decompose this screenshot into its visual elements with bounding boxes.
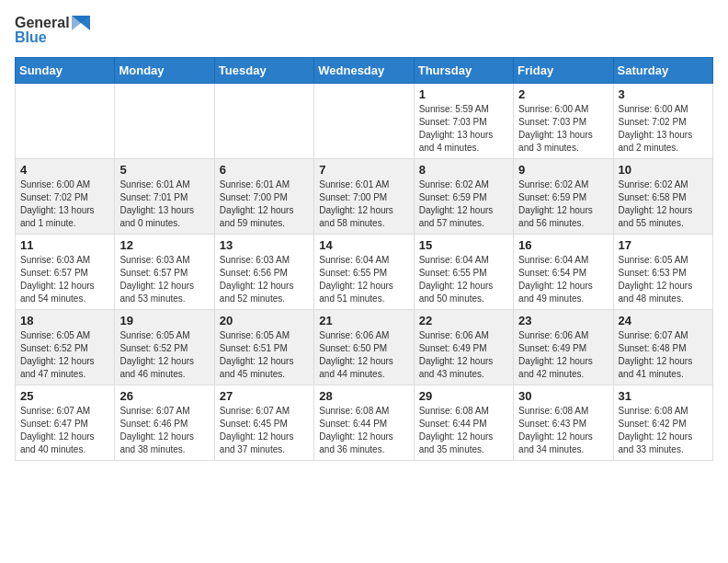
day-number-10: 10 [619,163,708,177]
day-number-2: 2 [518,87,608,101]
week-row-5: 25Sunrise: 6:07 AMSunset: 6:47 PMDayligh… [16,385,713,461]
day-cell-20: 20Sunrise: 6:05 AMSunset: 6:51 PMDayligh… [214,310,313,385]
day-cell-13: 13Sunrise: 6:03 AMSunset: 6:56 PMDayligh… [214,235,313,310]
weekday-header-tuesday: Tuesday [214,58,313,84]
day-cell-15: 15Sunrise: 6:04 AMSunset: 6:55 PMDayligh… [414,235,513,310]
day-cell-1: 1Sunrise: 5:59 AMSunset: 7:03 PMDaylight… [414,84,513,159]
day-cell-27: 27Sunrise: 6:07 AMSunset: 6:45 PMDayligh… [214,385,313,461]
weekday-header-wednesday: Wednesday [314,58,414,84]
week-row-4: 18Sunrise: 6:05 AMSunset: 6:52 PMDayligh… [16,310,713,385]
day-cell-18: 18Sunrise: 6:05 AMSunset: 6:52 PMDayligh… [16,310,115,385]
day-number-17: 17 [619,238,708,252]
calendar-table: SundayMondayTuesdayWednesdayThursdayFrid… [15,57,713,461]
day-info-8: Sunrise: 6:02 AMSunset: 6:59 PMDaylight:… [419,178,508,230]
day-number-25: 25 [20,389,109,403]
day-info-4: Sunrise: 6:00 AMSunset: 7:02 PMDaylight:… [20,178,109,230]
day-number-23: 23 [518,314,608,327]
day-info-21: Sunrise: 6:06 AMSunset: 6:50 PMDaylight:… [319,329,408,381]
day-cell-28: 28Sunrise: 6:08 AMSunset: 6:44 PMDayligh… [314,385,414,461]
weekday-header-sunday: Sunday [16,58,115,84]
day-cell-9: 9Sunrise: 6:02 AMSunset: 6:59 PMDaylight… [514,159,613,235]
day-number-15: 15 [419,238,508,252]
day-number-16: 16 [518,238,608,252]
empty-cell [16,84,115,159]
weekday-header-row: SundayMondayTuesdayWednesdayThursdayFrid… [16,58,713,84]
weekday-header-saturday: Saturday [613,58,712,84]
day-cell-11: 11Sunrise: 6:03 AMSunset: 6:57 PMDayligh… [16,235,115,310]
day-cell-31: 31Sunrise: 6:08 AMSunset: 6:42 PMDayligh… [613,385,712,461]
day-cell-4: 4Sunrise: 6:00 AMSunset: 7:02 PMDaylight… [16,159,115,235]
day-info-9: Sunrise: 6:02 AMSunset: 6:59 PMDaylight:… [518,178,608,230]
day-info-10: Sunrise: 6:02 AMSunset: 6:58 PMDaylight:… [619,178,708,230]
day-info-25: Sunrise: 6:07 AMSunset: 6:47 PMDaylight:… [20,405,109,456]
day-cell-10: 10Sunrise: 6:02 AMSunset: 6:58 PMDayligh… [613,159,712,235]
day-cell-17: 17Sunrise: 6:05 AMSunset: 6:53 PMDayligh… [613,235,712,310]
day-info-23: Sunrise: 6:06 AMSunset: 6:49 PMDaylight:… [518,329,608,381]
day-cell-14: 14Sunrise: 6:04 AMSunset: 6:55 PMDayligh… [314,235,414,310]
day-cell-26: 26Sunrise: 6:07 AMSunset: 6:46 PMDayligh… [115,385,214,461]
logo-arrow-icon [72,16,90,30]
day-info-6: Sunrise: 6:01 AMSunset: 7:00 PMDaylight:… [220,178,309,230]
day-cell-24: 24Sunrise: 6:07 AMSunset: 6:48 PMDayligh… [613,310,712,385]
day-info-19: Sunrise: 6:05 AMSunset: 6:52 PMDaylight:… [119,329,209,381]
day-number-8: 8 [419,163,508,177]
day-info-29: Sunrise: 6:08 AMSunset: 6:44 PMDaylight:… [419,405,508,456]
day-info-17: Sunrise: 6:05 AMSunset: 6:53 PMDaylight:… [619,254,708,305]
day-number-28: 28 [319,389,408,403]
week-row-3: 11Sunrise: 6:03 AMSunset: 6:57 PMDayligh… [16,235,713,310]
day-info-1: Sunrise: 5:59 AMSunset: 7:03 PMDaylight:… [419,103,508,155]
day-info-26: Sunrise: 6:07 AMSunset: 6:46 PMDaylight:… [119,405,209,456]
day-cell-23: 23Sunrise: 6:06 AMSunset: 6:49 PMDayligh… [514,310,613,385]
weekday-header-monday: Monday [115,58,214,84]
day-info-2: Sunrise: 6:00 AMSunset: 7:03 PMDaylight:… [518,103,608,155]
day-info-27: Sunrise: 6:07 AMSunset: 6:45 PMDaylight:… [220,405,309,456]
day-cell-12: 12Sunrise: 6:03 AMSunset: 6:57 PMDayligh… [115,235,214,310]
day-number-29: 29 [419,389,508,403]
page-header: General Blue [15,15,713,46]
day-number-24: 24 [619,314,708,327]
day-number-6: 6 [220,163,309,177]
day-cell-16: 16Sunrise: 6:04 AMSunset: 6:54 PMDayligh… [514,235,613,310]
day-number-19: 19 [119,314,209,327]
day-info-5: Sunrise: 6:01 AMSunset: 7:01 PMDaylight:… [119,178,209,230]
day-cell-22: 22Sunrise: 6:06 AMSunset: 6:49 PMDayligh… [414,310,513,385]
day-cell-25: 25Sunrise: 6:07 AMSunset: 6:47 PMDayligh… [16,385,115,461]
day-cell-8: 8Sunrise: 6:02 AMSunset: 6:59 PMDaylight… [414,159,513,235]
day-cell-5: 5Sunrise: 6:01 AMSunset: 7:01 PMDaylight… [115,159,214,235]
day-info-7: Sunrise: 6:01 AMSunset: 7:00 PMDaylight:… [319,178,408,230]
day-cell-21: 21Sunrise: 6:06 AMSunset: 6:50 PMDayligh… [314,310,414,385]
week-row-2: 4Sunrise: 6:00 AMSunset: 7:02 PMDaylight… [16,159,713,235]
day-number-14: 14 [319,238,408,252]
day-number-22: 22 [419,314,508,327]
day-info-12: Sunrise: 6:03 AMSunset: 6:57 PMDaylight:… [119,254,209,305]
day-number-4: 4 [20,163,109,177]
day-number-3: 3 [619,87,708,101]
day-number-12: 12 [119,238,209,252]
day-info-18: Sunrise: 6:05 AMSunset: 6:52 PMDaylight:… [20,329,109,381]
day-cell-29: 29Sunrise: 6:08 AMSunset: 6:44 PMDayligh… [414,385,513,461]
day-info-16: Sunrise: 6:04 AMSunset: 6:54 PMDaylight:… [518,254,608,305]
day-cell-2: 2Sunrise: 6:00 AMSunset: 7:03 PMDaylight… [514,84,613,159]
day-cell-7: 7Sunrise: 6:01 AMSunset: 7:00 PMDaylight… [314,159,414,235]
day-cell-19: 19Sunrise: 6:05 AMSunset: 6:52 PMDayligh… [115,310,214,385]
day-cell-30: 30Sunrise: 6:08 AMSunset: 6:43 PMDayligh… [514,385,613,461]
day-info-22: Sunrise: 6:06 AMSunset: 6:49 PMDaylight:… [419,329,508,381]
day-info-28: Sunrise: 6:08 AMSunset: 6:44 PMDaylight:… [319,405,408,456]
logo-blue-text: Blue [15,29,47,46]
day-info-14: Sunrise: 6:04 AMSunset: 6:55 PMDaylight:… [319,254,408,305]
day-number-18: 18 [20,314,109,327]
day-number-21: 21 [319,314,408,327]
day-number-31: 31 [619,389,708,403]
day-number-27: 27 [220,389,309,403]
day-number-20: 20 [220,314,309,327]
day-number-5: 5 [119,163,209,177]
day-cell-6: 6Sunrise: 6:01 AMSunset: 7:00 PMDaylight… [214,159,313,235]
empty-cell [314,84,414,159]
empty-cell [115,84,214,159]
empty-cell [214,84,313,159]
day-info-30: Sunrise: 6:08 AMSunset: 6:43 PMDaylight:… [518,405,608,456]
day-info-3: Sunrise: 6:00 AMSunset: 7:02 PMDaylight:… [619,103,708,155]
weekday-header-thursday: Thursday [414,58,513,84]
day-number-9: 9 [518,163,608,177]
day-info-11: Sunrise: 6:03 AMSunset: 6:57 PMDaylight:… [20,254,109,305]
